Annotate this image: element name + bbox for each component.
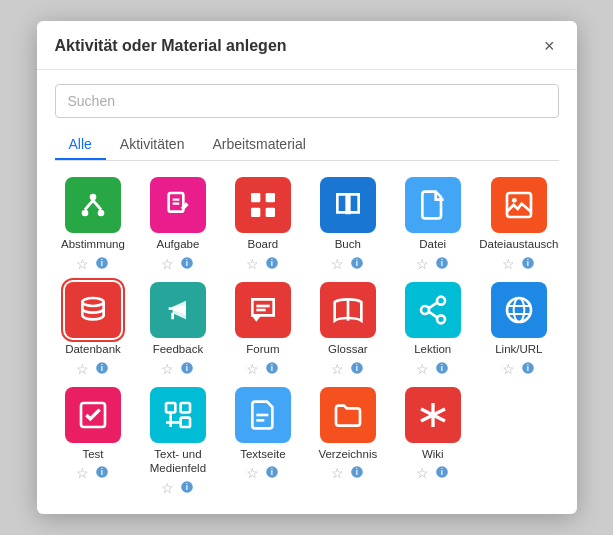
svg-point-43: [437, 315, 445, 323]
item-actions-datei: ☆i: [416, 256, 449, 272]
info-button-dateiaustausch[interactable]: i: [521, 256, 535, 272]
info-button-lektion[interactable]: i: [435, 361, 449, 377]
item-icon-feedback[interactable]: [150, 282, 206, 338]
star-button-board[interactable]: ☆: [246, 257, 259, 271]
close-button[interactable]: ×: [540, 35, 559, 57]
info-button-feedback[interactable]: i: [180, 361, 194, 377]
item-label-datei: Datei: [419, 237, 446, 252]
star-button-buch[interactable]: ☆: [331, 257, 344, 271]
star-button-text-medienfeld[interactable]: ☆: [161, 481, 174, 495]
item-forum: Forum☆i: [224, 282, 301, 377]
item-label-board: Board: [248, 237, 279, 252]
item-label-abstimmung: Abstimmung: [61, 237, 125, 252]
item-icon-abstimmung[interactable]: [65, 177, 121, 233]
item-label-test: Test: [82, 447, 103, 462]
tab-activities[interactable]: Aktivitäten: [106, 130, 199, 160]
info-button-link-url[interactable]: i: [521, 361, 535, 377]
item-icon-verzeichnis[interactable]: [320, 387, 376, 443]
item-icon-link-url[interactable]: [491, 282, 547, 338]
svg-rect-13: [251, 193, 260, 202]
item-icon-aufgabe[interactable]: [150, 177, 206, 233]
item-icon-datei[interactable]: [405, 177, 461, 233]
svg-text:i: i: [186, 363, 188, 372]
item-actions-board: ☆i: [246, 256, 279, 272]
svg-point-2: [98, 209, 105, 216]
item-icon-textseite[interactable]: [235, 387, 291, 443]
item-icon-wiki[interactable]: [405, 387, 461, 443]
info-button-buch[interactable]: i: [350, 256, 364, 272]
star-button-wiki[interactable]: ☆: [416, 466, 429, 480]
info-button-board[interactable]: i: [265, 256, 279, 272]
star-button-glossar[interactable]: ☆: [331, 362, 344, 376]
item-actions-feedback: ☆i: [161, 361, 194, 377]
item-label-link-url: Link/URL: [495, 342, 542, 357]
tab-materials[interactable]: Arbeitsmaterial: [198, 130, 319, 160]
items-grid: Abstimmung☆iAufgabe☆iBoard☆iBuch☆iDatei☆…: [55, 177, 559, 497]
dialog-body: Alle Aktivitäten Arbeitsmaterial Abstimm…: [37, 70, 577, 515]
item-actions-forum: ☆i: [246, 361, 279, 377]
star-button-lektion[interactable]: ☆: [416, 362, 429, 376]
star-button-feedback[interactable]: ☆: [161, 362, 174, 376]
info-button-datenbank[interactable]: i: [95, 361, 109, 377]
item-icon-dateiaustausch[interactable]: [491, 177, 547, 233]
info-button-wiki[interactable]: i: [435, 465, 449, 481]
info-button-text-medienfeld[interactable]: i: [180, 480, 194, 496]
svg-point-42: [421, 306, 429, 314]
dialog-header: Aktivität oder Material anlegen ×: [37, 21, 577, 70]
item-icon-buch[interactable]: [320, 177, 376, 233]
item-label-textseite: Textseite: [240, 447, 285, 462]
item-link-url: Link/URL☆i: [479, 282, 558, 377]
info-button-abstimmung[interactable]: i: [95, 256, 109, 272]
svg-text:i: i: [271, 468, 273, 477]
star-button-datei[interactable]: ☆: [416, 257, 429, 271]
star-button-verzeichnis[interactable]: ☆: [331, 466, 344, 480]
info-button-textseite[interactable]: i: [265, 465, 279, 481]
svg-point-0: [82, 209, 89, 216]
item-label-buch: Buch: [335, 237, 361, 252]
info-button-forum[interactable]: i: [265, 361, 279, 377]
star-button-aufgabe[interactable]: ☆: [161, 257, 174, 271]
info-button-glossar[interactable]: i: [350, 361, 364, 377]
star-button-datenbank[interactable]: ☆: [76, 362, 89, 376]
item-verzeichnis: Verzeichnis☆i: [309, 387, 386, 497]
star-button-dateiaustausch[interactable]: ☆: [502, 257, 515, 271]
item-actions-datenbank: ☆i: [76, 361, 109, 377]
svg-line-44: [428, 302, 437, 308]
item-icon-board[interactable]: [235, 177, 291, 233]
svg-rect-15: [251, 207, 260, 216]
item-label-text-medienfeld: Text- und Medienfeld: [139, 447, 216, 477]
item-label-wiki: Wiki: [422, 447, 444, 462]
svg-rect-59: [181, 417, 190, 426]
svg-point-24: [512, 198, 517, 203]
info-button-test[interactable]: i: [95, 465, 109, 481]
item-icon-lektion[interactable]: [405, 282, 461, 338]
star-button-abstimmung[interactable]: ☆: [76, 257, 89, 271]
star-button-link-url[interactable]: ☆: [502, 362, 515, 376]
item-buch: Buch☆i: [309, 177, 386, 272]
item-feedback: Feedback☆i: [139, 282, 216, 377]
star-button-textseite[interactable]: ☆: [246, 466, 259, 480]
svg-text:i: i: [441, 363, 443, 372]
info-button-datei[interactable]: i: [435, 256, 449, 272]
item-dateiaustausch: Dateiaustausch☆i: [479, 177, 558, 272]
search-input[interactable]: [55, 84, 559, 118]
item-icon-glossar[interactable]: [320, 282, 376, 338]
item-test: Test☆i: [55, 387, 132, 497]
info-button-aufgabe[interactable]: i: [180, 256, 194, 272]
svg-text:i: i: [441, 258, 443, 267]
item-icon-text-medienfeld[interactable]: [150, 387, 206, 443]
svg-rect-57: [166, 403, 175, 412]
svg-text:i: i: [271, 258, 273, 267]
star-button-test[interactable]: ☆: [76, 466, 89, 480]
svg-text:i: i: [101, 468, 103, 477]
tab-all[interactable]: Alle: [55, 130, 106, 160]
dialog-title: Aktivität oder Material anlegen: [55, 37, 287, 55]
star-button-forum[interactable]: ☆: [246, 362, 259, 376]
info-button-verzeichnis[interactable]: i: [350, 465, 364, 481]
item-icon-datenbank[interactable]: [65, 282, 121, 338]
item-icon-forum[interactable]: [235, 282, 291, 338]
item-actions-buch: ☆i: [331, 256, 364, 272]
tab-bar: Alle Aktivitäten Arbeitsmaterial: [55, 130, 559, 161]
svg-text:i: i: [186, 483, 188, 492]
item-icon-test[interactable]: [65, 387, 121, 443]
